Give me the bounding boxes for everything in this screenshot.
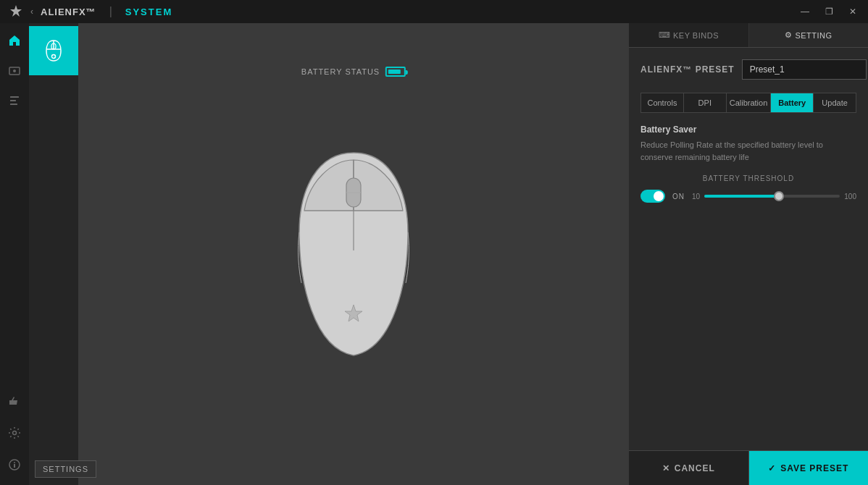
keybinds-label: KEY BINDS [673,31,719,40]
slider-thumb[interactable] [774,191,784,201]
battery-section-title: Battery Saver [640,125,856,135]
svg-rect-3 [10,96,19,98]
sidebar-item-device[interactable] [0,56,29,85]
sub-tabs: Controls DPI Calibration Battery Update [640,93,856,113]
sidebar-bottom [0,387,29,485]
keybinds-icon: ⌨ [659,30,671,40]
sidebar-item-info[interactable] [0,450,29,479]
svg-rect-4 [10,100,16,101]
battery-icon [385,67,406,77]
center-area: BATTERY STATUS [78,23,629,485]
svg-rect-5 [10,104,17,105]
toggle-on-label: ON [672,193,685,201]
panel-tabs: ⌨ KEY BINDS ⚙ SETTING [629,23,868,48]
preset-row: ALIENFX™ PRESET [640,59,856,80]
slider-fill [704,195,779,198]
svg-rect-10 [14,464,15,468]
title-bar-left: ‹ ALIENFX™ | SYSTEM [9,4,172,19]
toggle-knob [654,191,664,201]
main-layout: BATTERY STATUS [0,23,868,485]
save-label: SAVE PRESET [780,463,848,473]
device-tab-bar [29,23,78,485]
settings-bar: SETTINGS [35,460,96,478]
threshold-label: BATTERY THRESHOLD [640,174,856,182]
battery-threshold-slider-container: 10 100 [692,193,856,201]
svg-point-7 [13,431,17,435]
preset-input[interactable] [742,59,867,80]
device-tab-mouse[interactable] [29,26,78,75]
svg-rect-6 [9,400,12,405]
tab-keybinds[interactable]: ⌨ KEY BINDS [629,23,749,47]
sub-tab-calibration[interactable]: Calibration [727,93,772,112]
cancel-label: CANCEL [675,463,715,473]
svg-point-14 [52,55,56,59]
sub-tab-battery[interactable]: Battery [771,93,814,112]
sidebar-item-thumbsup[interactable] [0,387,29,416]
restore-button[interactable]: ❐ [822,5,836,18]
battery-threshold-slider-track[interactable] [704,195,840,198]
save-icon: ✓ [768,463,776,473]
threshold-row: ON 10 100 [640,190,856,203]
sidebar-item-home[interactable] [0,26,29,55]
title-separator: | [109,5,112,18]
battery-section-desc: Reduce Polling Rate at the specified bat… [640,139,856,163]
minimize-button[interactable]: — [798,5,812,18]
save-preset-button[interactable]: ✓ SAVE PRESET [749,451,869,485]
battery-status-row: BATTERY STATUS [301,67,406,77]
setting-label: SETTING [795,31,832,40]
cancel-button[interactable]: ✕ CANCEL [629,451,749,485]
app-name: ALIENFX™ [41,7,96,17]
title-bar: ‹ ALIENFX™ | SYSTEM — ❐ ✕ [0,0,868,23]
sub-tab-update[interactable]: Update [814,93,856,112]
panel-content: ALIENFX™ PRESET Controls DPI Calibration… [629,48,868,450]
panel-footer: ✕ CANCEL ✓ SAVE PRESET [629,450,868,485]
mouse-illustration [274,138,433,370]
battery-saver-toggle[interactable] [640,190,665,203]
slider-min-label: 10 [692,193,700,201]
settings-button[interactable]: SETTINGS [35,460,96,478]
cancel-icon: ✕ [662,463,670,473]
slider-max-label: 100 [844,193,856,201]
sidebar [0,23,29,485]
svg-point-9 [14,462,15,463]
sub-tab-dpi[interactable]: DPI [684,93,727,112]
preset-label: ALIENFX™ PRESET [640,64,735,75]
section-name: SYSTEM [125,7,172,17]
setting-icon: ⚙ [785,30,793,40]
alienware-logo-icon [9,4,23,19]
svg-point-2 [13,69,16,72]
back-button[interactable]: ‹ [30,7,33,17]
close-button[interactable]: ✕ [846,5,859,18]
sidebar-item-bookmark[interactable] [0,87,29,116]
tab-setting[interactable]: ⚙ SETTING [749,23,869,47]
right-panel: ⌨ KEY BINDS ⚙ SETTING ALIENFX™ PRESET Co… [629,23,868,485]
sub-tab-controls[interactable]: Controls [641,93,684,112]
svg-marker-0 [10,5,22,17]
window-controls: — ❐ ✕ [798,5,859,18]
battery-status-label: BATTERY STATUS [301,67,380,76]
sidebar-item-settings[interactable] [0,418,29,447]
